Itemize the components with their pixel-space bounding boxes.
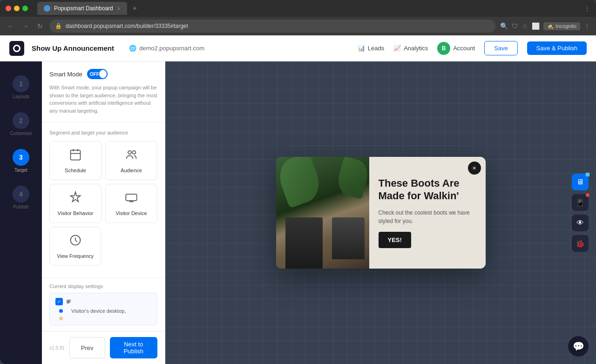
audience-label: Audience xyxy=(121,168,142,173)
forward-button[interactable]: → xyxy=(20,22,31,30)
minimize-traffic-light[interactable] xyxy=(14,6,20,11)
rule-dot-orange xyxy=(59,317,63,320)
analytics-nav-item[interactable]: 📈 Analytics xyxy=(393,45,428,52)
incognito-icon: 🕵 xyxy=(547,23,554,29)
mobile-view-button[interactable]: 📱 xyxy=(572,194,589,211)
browser-titlebar: Popupsmart Dashboard ✕ + ⋮ xyxy=(0,0,596,17)
browser-more-icon[interactable]: ⋮ xyxy=(584,22,590,30)
popup-cta-button[interactable]: YES! xyxy=(379,232,411,248)
incognito-label: Incognito xyxy=(555,23,576,29)
audience-icon xyxy=(125,148,138,164)
header-url: 🌐 demo2.popupsmart.com xyxy=(129,45,204,52)
segment-grid: Schedule Audience Visitor xyxy=(49,141,157,223)
eye-icon: 👁 xyxy=(576,219,584,227)
app-content: Show Up Announcement 🌐 demo2.popupsmart.… xyxy=(0,35,596,364)
traffic-lights xyxy=(6,6,28,11)
rule-if-label: IF xyxy=(67,299,71,304)
close-x-icon: × xyxy=(472,164,476,172)
save-button[interactable]: Save xyxy=(484,41,518,55)
leads-nav-item[interactable]: 📊 Leads xyxy=(358,45,384,52)
leads-label: Leads xyxy=(368,45,384,52)
browser-menu-icon[interactable]: ⋮ xyxy=(584,5,590,12)
rule-device-text: Visitor's device desktop, xyxy=(71,308,126,314)
close-traffic-light[interactable] xyxy=(6,6,11,11)
step-4-label: Publish xyxy=(14,204,29,209)
website-url: demo2.popupsmart.com xyxy=(139,45,204,52)
visitor-device-icon xyxy=(125,191,138,207)
logo-circle xyxy=(13,45,20,52)
svg-point-5 xyxy=(132,151,135,154)
app-header: Show Up Announcement 🌐 demo2.popupsmart.… xyxy=(0,35,596,61)
address-bar[interactable]: 🔒 dashboard.popupsmart.com/builder/33335… xyxy=(49,20,495,33)
view-frequency-icon xyxy=(69,234,82,249)
step-2-customize[interactable]: 2 Customize xyxy=(6,108,36,141)
popup-description: Check out the coolest boots we have styl… xyxy=(379,209,476,225)
right-toolbar: 🖥 📱 👁 🐞 xyxy=(572,174,589,252)
step-4-publish[interactable]: 4 Publish xyxy=(6,181,36,214)
audience-card[interactable]: Audience xyxy=(105,141,157,180)
visitor-device-card[interactable]: Visitor Device xyxy=(105,184,157,223)
view-frequency-card[interactable]: View Frequency xyxy=(49,227,101,266)
back-button[interactable]: ← xyxy=(6,22,16,30)
version-label: v1.5.91 xyxy=(49,345,65,351)
analytics-label: Analytics xyxy=(404,45,428,52)
smart-mode-description: With Smart mode, your popup campaign wil… xyxy=(49,84,157,115)
rule-row: ✓ IF xyxy=(55,298,151,305)
new-tab-button[interactable]: + xyxy=(133,4,137,13)
schedule-card[interactable]: Schedule xyxy=(49,141,102,180)
shield-icon[interactable]: 🛡 xyxy=(512,22,518,30)
smart-mode-toggle[interactable]: OFF xyxy=(87,69,108,79)
step-3-label: Target xyxy=(14,168,27,173)
browser-toolbar: ← → ↻ 🔒 dashboard.popupsmart.com/builder… xyxy=(0,17,596,35)
search-browser-icon[interactable]: 🔍 xyxy=(500,22,508,30)
settings-rule: ✓ IF Visitor's device desktop, xyxy=(49,293,157,325)
mobile-indicator xyxy=(586,193,589,197)
incognito-badge: 🕵 Incognito xyxy=(543,22,580,30)
account-nav-item[interactable]: B Account xyxy=(437,42,475,55)
visitor-behavior-label: Visitor Behavior xyxy=(58,210,94,216)
rule-dot-blue xyxy=(59,309,63,313)
left-panel: Smart Mode OFF With Smart mode, your pop… xyxy=(42,61,165,364)
step-1-layouts[interactable]: 1 Layouts xyxy=(6,71,36,104)
bug-icon: 🐞 xyxy=(576,239,585,248)
desktop-indicator xyxy=(586,173,589,176)
active-tab[interactable]: Popupsmart Dashboard ✕ xyxy=(37,2,127,15)
svg-rect-0 xyxy=(71,150,81,160)
next-to-publish-button[interactable]: Next to Publish xyxy=(110,337,157,358)
visitor-behavior-icon xyxy=(69,191,82,207)
visitor-device-label: Visitor Device xyxy=(115,210,147,216)
smart-mode-label: Smart Mode xyxy=(49,71,82,78)
app-title: Show Up Announcement xyxy=(32,44,114,52)
sidebar-steps: 1 Layouts 2 Customize 3 Target 4 Publish xyxy=(0,61,42,364)
account-avatar: B xyxy=(437,42,450,55)
segment-section: Segment and target your audience Schedul… xyxy=(42,122,165,277)
schedule-label: Schedule xyxy=(65,168,86,173)
lock-icon: 🔒 xyxy=(55,23,62,29)
step-3-target[interactable]: 3 Target xyxy=(6,144,36,177)
star-icon[interactable]: ☆ xyxy=(522,22,528,30)
preview-button[interactable]: 👁 xyxy=(572,215,589,231)
split-view-icon[interactable]: ⬜ xyxy=(532,22,540,30)
maximize-traffic-light[interactable] xyxy=(22,6,28,11)
chat-icon: 💬 xyxy=(573,341,584,352)
current-settings-section: Current display settings ✓ IF Visitor's … xyxy=(42,277,165,331)
visitor-behavior-card[interactable]: Visitor Behavior xyxy=(49,184,102,223)
refresh-button[interactable]: ↻ xyxy=(35,22,45,30)
header-right: 📊 Leads 📈 Analytics B Account Save Save … xyxy=(358,41,587,55)
prev-button[interactable]: Prev xyxy=(69,337,105,358)
chat-bubble-button[interactable]: 💬 xyxy=(568,336,589,357)
step-4-circle: 4 xyxy=(13,186,29,202)
step-2-label: Customize xyxy=(10,131,32,136)
app-logo xyxy=(9,41,24,56)
step-3-circle: 3 xyxy=(13,149,29,166)
debug-button[interactable]: 🐞 xyxy=(572,235,589,252)
popup-image xyxy=(276,157,369,269)
svg-point-4 xyxy=(128,151,131,154)
popup-title: These Boots Are Made for Walkin' xyxy=(379,177,476,202)
segment-title: Segment and target your audience xyxy=(49,130,157,135)
current-settings-title: Current display settings xyxy=(49,283,157,289)
tab-close-button[interactable]: ✕ xyxy=(117,6,121,11)
popup-close-button[interactable]: × xyxy=(468,162,481,175)
footer-buttons: Prev Next to Publish xyxy=(69,337,157,358)
save-publish-button[interactable]: Save & Publish xyxy=(527,41,587,55)
